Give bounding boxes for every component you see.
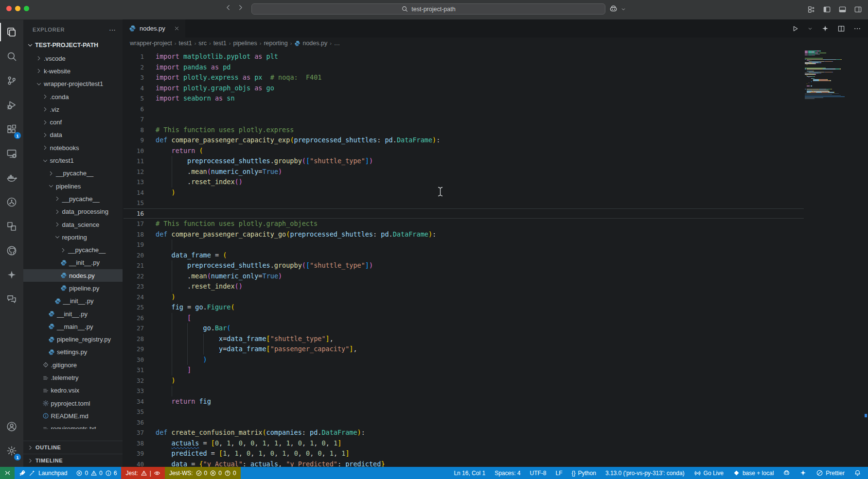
activitybar-remote-explorer[interactable] [0,141,23,166]
code-line-16[interactable]: 16 [123,208,868,219]
tree-item-src/test1[interactable]: src/test1 [23,154,123,167]
activitybar-accounts[interactable] [0,414,23,439]
status-indentation[interactable]: Spaces: 4 [495,470,520,477]
chevron-down-icon[interactable] [620,6,626,12]
code-line-18[interactable]: 18def compare_passenger_capacity_go(prep… [123,229,868,240]
code-line-11[interactable]: 11 preprocessed_shuttles.groupby(["shutt… [123,156,868,167]
section-timeline[interactable]: TIMELINE [23,454,123,467]
copilot-edit-icon[interactable] [821,25,829,33]
split-editor-icon[interactable] [837,25,845,33]
code-line-27[interactable]: 27 go.Bar( [123,323,868,334]
code-line-26[interactable]: 26 [ [123,313,868,324]
copilot-icon[interactable] [609,4,618,14]
code-line-13[interactable]: 13 .reset_index() [123,177,868,188]
tree-item-pipeline_registry.py[interactable]: pipeline_registry.py [23,333,123,346]
activitybar-network-circle[interactable] [0,190,23,214]
activitybar-docker[interactable] [0,166,23,190]
code-line-20[interactable]: 20 data_frame = ( [123,250,868,261]
back-icon[interactable] [225,4,232,11]
tree-item-data_science[interactable]: data_science [23,218,123,231]
activitybar-copilot-sparkle[interactable] [0,263,23,287]
breadcrumb-item[interactable]: test1 [179,40,192,47]
breadcrumb-item[interactable]: wrapper-project [130,40,172,47]
code-line-1[interactable]: 1import matplotlib.pyplot as plt [123,51,868,62]
code-line-38[interactable]: 38 actuals = [0, 1, 0, 0, 1, 1, 1, 0, 1,… [123,438,868,449]
tree-item-kedro.vsix[interactable]: kedro.vsix [23,384,123,397]
status-prettier[interactable]: Prettier [816,469,845,477]
code-line-31[interactable]: 31 ] [123,365,868,376]
minimap[interactable] [805,51,863,100]
breadcrumb-item[interactable]: pipelines [233,40,257,47]
status-copilot-status[interactable] [783,469,790,477]
code-line-28[interactable]: 28 x=data_frame["shuttle_type"], [123,334,868,344]
code-line-37[interactable]: 37def create_confusion_matrix(companies:… [123,428,868,438]
tree-item-__pycache__[interactable]: __pycache__ [23,167,123,180]
activitybar-extensions[interactable]: 1 [0,117,23,141]
explorer-more-icon[interactable]: ··· [109,26,116,34]
code-line-8[interactable]: 8# This function uses plotly.express [123,125,868,136]
tree-item-data_processing[interactable]: data_processing [23,205,123,218]
tree-item-__init__.py[interactable]: __init__.py [23,257,123,269]
tree-item-.telemetry[interactable]: .telemetry [23,371,123,384]
tree-item-pipelines[interactable]: pipelines [23,180,123,192]
tree-item-__main__.py[interactable]: __main__.py [23,320,123,333]
status-notifications[interactable] [854,469,861,477]
breadcrumb-file[interactable]: nodes.py [302,40,327,47]
code-line-19[interactable]: 19 [123,240,868,250]
code-line-21[interactable]: 21 preprocessed_shuttles.groupby(["shutt… [123,260,868,271]
breadcrumb-item[interactable]: reporting [264,40,287,47]
more-actions-icon[interactable] [853,25,861,33]
status-launchpad[interactable]: Launchpad [15,467,71,479]
sidebar-right-icon[interactable] [854,5,862,14]
code-line-6[interactable]: 6 [123,104,868,115]
status-encoding[interactable]: UTF-8 [530,470,547,477]
code-line-32[interactable]: 32 ) [123,376,868,386]
tree-item-__pycache__[interactable]: __pycache__ [23,192,123,205]
status-eol[interactable]: LF [556,470,563,477]
status-remote-indicator[interactable] [0,467,15,479]
status-go-live[interactable]: Go Live [694,469,724,477]
status-cursor-position[interactable]: Ln 16, Col 1 [454,470,485,477]
status-sparkle-status[interactable] [799,469,807,477]
code-line-36[interactable]: 36 [123,417,868,428]
tree-item-conf[interactable]: conf [23,116,123,128]
activitybar-settings[interactable]: 1 [0,439,23,463]
status-jest[interactable]: Jest:| [121,467,164,479]
tree-item-README.md[interactable]: README.md [23,410,123,422]
code-line-35[interactable]: 35 [123,407,868,417]
tree-item-.vscode[interactable]: .vscode [23,52,123,65]
zoom-window-button[interactable] [24,6,29,11]
status-environment[interactable]: base + local [733,469,774,477]
tree-item-nodes.py[interactable]: nodes.py [23,269,123,282]
tree-item-wrapper-project/test1[interactable]: wrapper-project/test1 [23,78,123,90]
tree-item-pipeline.py[interactable]: pipeline.py [23,282,123,294]
code-line-7[interactable]: 7 [123,114,868,125]
tree-item-requirements.txt[interactable]: requirements.txt [23,423,123,429]
section-outline[interactable]: OUTLINE [23,441,123,454]
activitybar-search[interactable] [0,44,23,68]
code-line-12[interactable]: 12 .mean(numeric_only=True) [123,167,868,177]
tree-item-__init__.py[interactable]: __init__.py [23,308,123,320]
code-line-5[interactable]: 5import seaborn as sn [123,93,868,104]
code-line-22[interactable]: 22 .mean(numeric_only=True) [123,271,868,282]
tab-nodes-py[interactable]: nodes.py [123,19,185,37]
activitybar-containers[interactable] [0,214,23,239]
minimize-window-button[interactable] [15,6,20,11]
activitybar-comments[interactable] [0,287,23,311]
sidebar-left-icon[interactable] [823,5,831,14]
status-python-interpreter[interactable]: 3.13.0 ('pro-vs-py-313': conda) [605,470,685,477]
activitybar-source-control[interactable] [0,68,23,93]
status-jest-ws[interactable]: Jest-WS:000 [165,467,241,479]
code-line-39[interactable]: 39 predicted = [1, 1, 0, 1, 0, 1, 0, 0, … [123,448,868,459]
tree-item-__pycache__[interactable]: __pycache__ [23,243,123,256]
status-language-mode[interactable]: {}Python [572,470,596,477]
code-line-24[interactable]: 24 ) [123,292,868,303]
code-line-33[interactable]: 33 [123,386,868,396]
tree-item-__init__.py[interactable]: __init__.py [23,295,123,308]
close-window-button[interactable] [6,6,12,11]
breadcrumb-symbol[interactable]: … [334,40,340,47]
tree-item-data[interactable]: data [23,129,123,141]
tree-item-.gitignore[interactable]: .gitignore [23,359,123,371]
code-editor[interactable]: 1import matplotlib.pyplot as plt2import … [123,49,868,467]
code-line-29[interactable]: 29 y=data_frame["passenger_capacity"], [123,344,868,355]
